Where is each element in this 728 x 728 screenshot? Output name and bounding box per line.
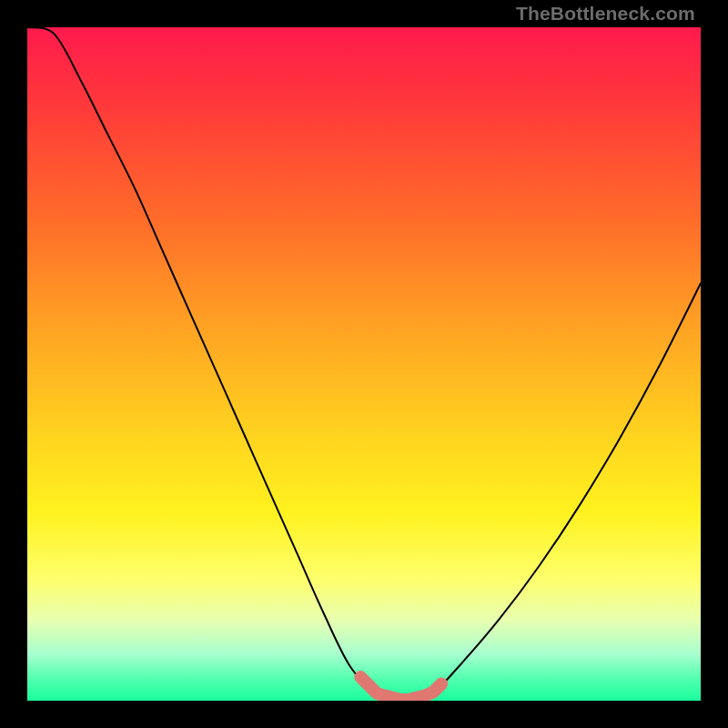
watermark-text: TheBottleneck.com bbox=[516, 3, 695, 25]
bottleneck-curve bbox=[27, 27, 701, 701]
curve-layer bbox=[27, 27, 701, 701]
plot-area bbox=[27, 27, 701, 701]
minimum-marker bbox=[360, 677, 441, 700]
